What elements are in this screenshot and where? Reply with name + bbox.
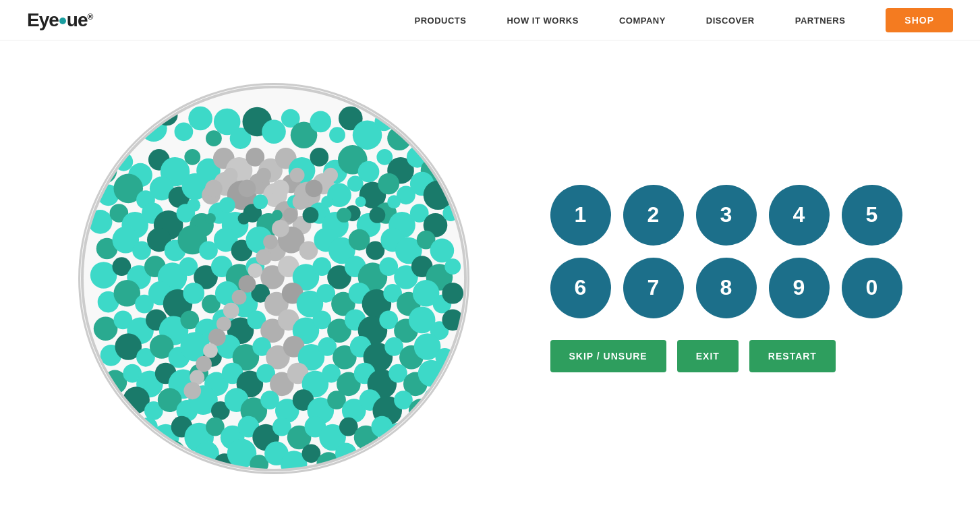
svg-point-291 (289, 167, 304, 182)
svg-point-283 (355, 196, 366, 207)
svg-point-296 (272, 219, 289, 237)
svg-point-68 (443, 174, 462, 193)
svg-point-25 (90, 156, 117, 183)
svg-point-259 (158, 440, 185, 467)
svg-point-21 (387, 126, 411, 150)
svg-point-16 (310, 111, 331, 132)
svg-point-46 (438, 148, 457, 167)
svg-point-258 (143, 451, 165, 472)
nav-link-products[interactable]: PRODUCTS (415, 16, 467, 26)
svg-point-295 (283, 208, 297, 223)
svg-point-306 (196, 355, 212, 372)
number-button-0[interactable]: 0 (842, 258, 902, 318)
nav-item-partners[interactable]: PARTNERS (795, 14, 846, 26)
ishihara-plate-container (78, 83, 469, 474)
svg-point-257 (405, 417, 424, 436)
nav-item-how-it-works[interactable]: HOW IT WORKS (507, 14, 578, 26)
svg-point-64 (378, 173, 399, 194)
svg-point-289 (256, 167, 271, 182)
svg-point-7 (174, 122, 193, 141)
nav-links: PRODUCTS HOW IT WORKS COMPANY DISCOVER P… (415, 14, 846, 26)
nav-link-how-it-works[interactable]: HOW IT WORKS (507, 16, 578, 26)
svg-point-298 (256, 249, 272, 265)
svg-point-67 (423, 180, 453, 210)
svg-point-297 (263, 234, 278, 249)
number-button-4[interactable]: 4 (769, 185, 830, 246)
svg-point-271 (371, 444, 390, 463)
number-button-1[interactable]: 1 (550, 185, 611, 246)
svg-point-2 (131, 103, 147, 119)
svg-point-133 (444, 258, 461, 275)
svg-point-24 (436, 107, 452, 123)
svg-point-276 (237, 212, 250, 225)
number-button-3[interactable]: 3 (696, 185, 757, 246)
svg-point-139 (183, 282, 204, 304)
nav-link-company[interactable]: COMPANY (619, 16, 666, 26)
svg-point-308 (183, 382, 201, 399)
svg-point-275 (219, 197, 235, 213)
svg-point-8 (188, 106, 212, 130)
plate-svg (80, 85, 467, 472)
svg-point-260 (180, 455, 199, 472)
svg-point-219 (438, 374, 457, 393)
svg-point-256 (384, 422, 414, 452)
svg-point-22 (403, 111, 424, 132)
svg-point-292 (305, 179, 322, 197)
nav-item-discover[interactable]: DISCOVER (706, 14, 755, 26)
svg-point-274 (205, 213, 216, 224)
svg-point-23 (417, 118, 444, 145)
svg-point-1 (101, 106, 125, 130)
svg-point-239 (423, 386, 450, 413)
exit-button[interactable]: EXIT (677, 340, 739, 372)
svg-point-240 (118, 423, 142, 447)
svg-point-281 (321, 196, 333, 208)
number-button-6[interactable]: 6 (550, 258, 611, 318)
nav-item-products[interactable]: PRODUCTS (415, 14, 467, 26)
nav-item-company[interactable]: COMPANY (619, 14, 666, 26)
action-buttons: SKIP / UNSURE EXIT RESTART (550, 340, 836, 372)
svg-point-4 (117, 128, 137, 148)
logo-dot (59, 18, 66, 24)
number-button-9[interactable]: 9 (769, 258, 830, 318)
svg-point-305 (203, 343, 218, 357)
number-button-8[interactable]: 8 (696, 258, 757, 318)
number-button-2[interactable]: 2 (623, 185, 684, 246)
nav-link-partners[interactable]: PARTNERS (795, 16, 846, 26)
svg-point-13 (262, 119, 286, 144)
svg-point-280 (302, 207, 318, 223)
svg-point-38 (310, 148, 328, 167)
svg-point-300 (238, 275, 256, 293)
svg-point-288 (238, 179, 256, 197)
shop-button[interactable]: SHOP (886, 8, 953, 32)
svg-point-290 (272, 179, 289, 197)
svg-point-277 (253, 194, 268, 209)
svg-point-5 (95, 134, 125, 163)
number-button-7[interactable]: 7 (623, 258, 684, 318)
svg-point-287 (223, 167, 237, 182)
restart-button[interactable]: RESTART (749, 340, 836, 372)
svg-point-273 (187, 198, 200, 212)
svg-point-17 (329, 127, 345, 143)
svg-point-302 (223, 302, 239, 318)
svg-point-30 (184, 149, 200, 165)
svg-point-285 (387, 195, 401, 208)
svg-point-284 (369, 207, 385, 223)
svg-point-299 (248, 263, 262, 278)
skip-unsure-button[interactable]: SKIP / UNSURE (550, 340, 666, 372)
controls-panel: 1 2 3 4 5 6 7 8 9 0 SKIP / UNSURE EXIT R… (550, 185, 902, 372)
logo[interactable]: Eyeue® (27, 9, 92, 31)
number-button-5[interactable]: 5 (842, 185, 902, 246)
svg-point-293 (323, 167, 338, 182)
svg-point-301 (231, 289, 246, 304)
main-content: 1 2 3 4 5 6 7 8 9 0 SKIP / UNSURE EXIT R… (0, 40, 980, 516)
number-grid: 1 2 3 4 5 6 7 8 9 0 (550, 185, 902, 318)
svg-point-282 (337, 208, 351, 223)
ishihara-plate (78, 83, 469, 474)
svg-point-286 (205, 179, 223, 197)
svg-point-155 (442, 282, 463, 304)
nav-link-discover[interactable]: DISCOVER (706, 16, 755, 26)
svg-point-278 (272, 210, 283, 221)
navbar: Eyeue® PRODUCTS HOW IT WORKS COMPANY DIS… (0, 0, 980, 40)
svg-point-294 (292, 194, 308, 210)
svg-point-272 (386, 452, 410, 472)
